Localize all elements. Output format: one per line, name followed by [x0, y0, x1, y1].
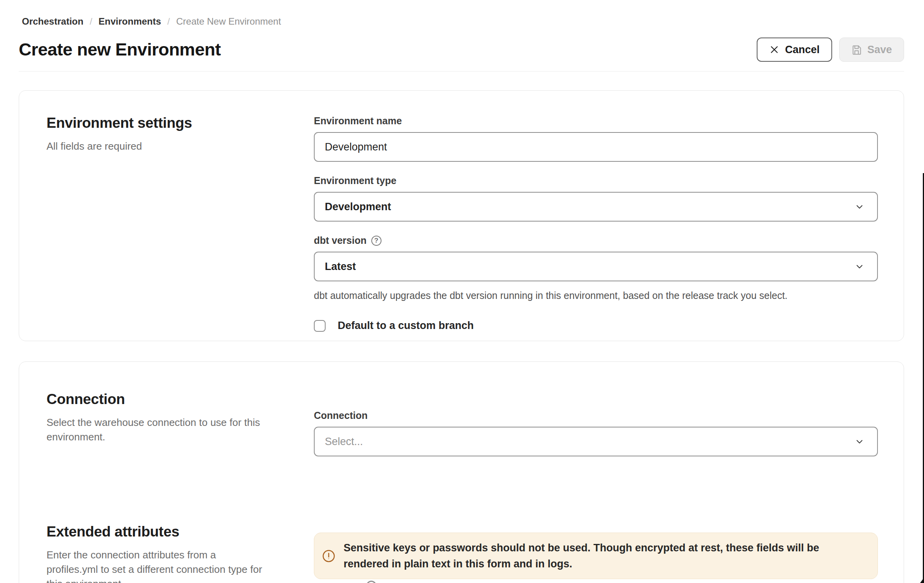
main-content: Environment settings All fields are requ… [0, 90, 924, 583]
environment-type-select[interactable]: Development [314, 192, 878, 222]
custom-branch-checkbox-label: Default to a custom branch [338, 320, 474, 332]
chevron-down-icon [855, 202, 864, 211]
header-divider [19, 71, 904, 72]
screen-edge-corner [920, 578, 924, 583]
connection-select[interactable]: Select... [314, 427, 878, 456]
environment-settings-subheading: All fields are required [47, 139, 267, 154]
save-button-label: Save [867, 44, 892, 56]
page-header: Orchestration / Environments / Create Ne… [0, 0, 924, 72]
header-actions: Cancel Save [757, 38, 904, 62]
page-title: Create new Environment [19, 39, 221, 60]
breadcrumb-separator: / [90, 16, 92, 27]
breadcrumb-orchestration[interactable]: Orchestration [22, 16, 83, 27]
dbt-version-label: dbt version [314, 234, 367, 247]
connection-select-placeholder: Select... [325, 436, 363, 448]
dbt-version-value: Latest [325, 261, 356, 273]
custom-branch-checkbox-row[interactable]: Default to a custom branch [314, 320, 878, 332]
close-icon [769, 45, 779, 55]
cancel-button-label: Cancel [785, 44, 820, 56]
chevron-down-icon [855, 262, 864, 271]
extended-attributes-description: Enter the connection attributes from a p… [47, 548, 267, 583]
help-icon[interactable]: ? [371, 236, 381, 246]
environment-name-input[interactable] [314, 132, 878, 162]
breadcrumb-create-new-environment: Create New Environment [176, 16, 281, 27]
breadcrumb-environments[interactable]: Environments [98, 16, 161, 27]
connection-description: Select the warehouse connection to use f… [47, 415, 267, 444]
alert-circle-icon [322, 549, 335, 563]
environment-type-value: Development [325, 201, 391, 213]
breadcrumb-separator: / [167, 16, 170, 27]
environment-settings-heading: Environment settings [47, 115, 267, 131]
environment-settings-card: Environment settings All fields are requ… [19, 90, 904, 341]
save-button[interactable]: Save [839, 38, 904, 62]
extended-attributes-heading: Extended attributes [47, 524, 267, 540]
connection-select-label: Connection [314, 410, 878, 422]
connection-card: Connection Select the warehouse connecti… [19, 361, 904, 583]
sensitive-keys-warning-text: Sensitive keys or passwords should not b… [344, 540, 860, 572]
environment-type-label: Environment type [314, 175, 878, 187]
environment-name-label: Environment name [314, 115, 878, 127]
connection-heading: Connection [47, 391, 267, 408]
breadcrumb: Orchestration / Environments / Create Ne… [19, 16, 904, 27]
dbt-version-select[interactable]: Latest [314, 252, 878, 281]
sensitive-keys-warning-banner: Sensitive keys or passwords should not b… [314, 533, 878, 579]
custom-branch-checkbox[interactable] [314, 320, 326, 332]
chevron-down-icon [855, 437, 864, 446]
save-icon [851, 45, 862, 55]
dbt-version-helper-text: dbt automatically upgrades the dbt versi… [314, 289, 878, 302]
cancel-button[interactable]: Cancel [757, 38, 832, 62]
